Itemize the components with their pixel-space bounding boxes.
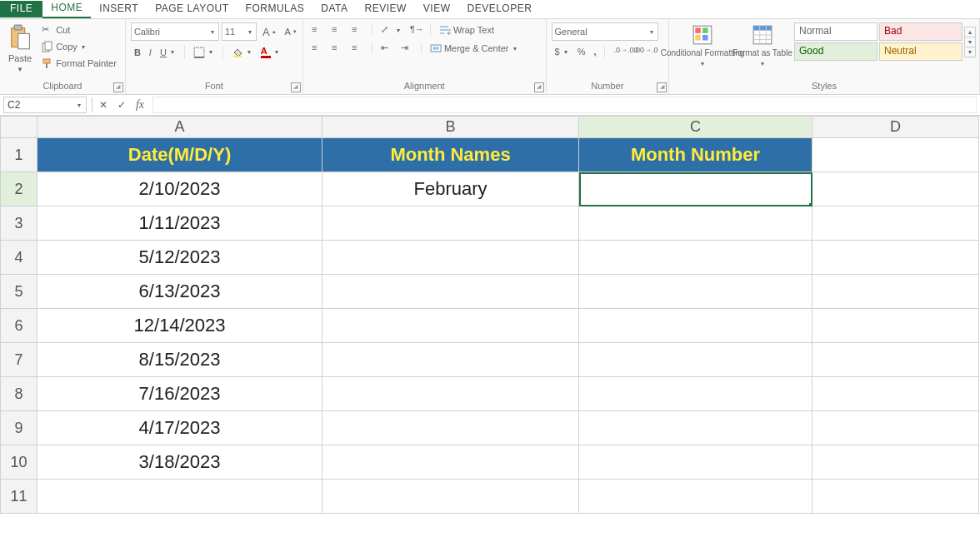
cell-B4[interactable] bbox=[322, 241, 579, 275]
number-format-select[interactable]: General ▾ bbox=[552, 22, 658, 41]
cell-D3[interactable] bbox=[812, 206, 979, 241]
percent-button[interactable]: % bbox=[574, 45, 589, 58]
cell-C4[interactable] bbox=[579, 241, 812, 275]
tab-formulas[interactable]: FORMULAS bbox=[238, 1, 313, 17]
bold-button[interactable]: B bbox=[131, 46, 144, 59]
tab-file[interactable]: FILE bbox=[0, 1, 42, 17]
cell-A7[interactable]: 8/15/2023 bbox=[38, 343, 322, 377]
row-header-6[interactable]: 6 bbox=[1, 309, 38, 343]
style-neutral[interactable]: Neutral bbox=[879, 42, 962, 61]
row-header-10[interactable]: 10 bbox=[1, 445, 38, 480]
ltr-button[interactable]: ¶→ bbox=[407, 22, 425, 37]
align-middle-button[interactable]: ≡ bbox=[328, 22, 347, 37]
cell-C9[interactable] bbox=[579, 411, 812, 445]
font-size-select[interactable]: 11 ▾ bbox=[222, 22, 257, 41]
row-header-5[interactable]: 5 bbox=[1, 275, 38, 309]
cell-A9[interactable]: 4/17/2023 bbox=[38, 411, 322, 445]
accounting-button[interactable]: $▾ bbox=[552, 45, 572, 58]
comma-button[interactable]: , bbox=[590, 45, 599, 58]
style-good[interactable]: Good bbox=[794, 42, 878, 61]
tab-review[interactable]: REVIEW bbox=[356, 1, 414, 17]
dialog-launcher-icon[interactable]: ◢ bbox=[657, 82, 667, 92]
insert-function-button[interactable]: fx bbox=[131, 98, 149, 112]
dialog-launcher-icon[interactable]: ◢ bbox=[291, 82, 301, 92]
tab-home[interactable]: HOME bbox=[42, 0, 91, 18]
tab-view[interactable]: VIEW bbox=[415, 1, 459, 17]
align-left-button[interactable]: ≡ bbox=[308, 41, 327, 56]
copy-button[interactable]: Copy ▾ bbox=[38, 39, 120, 54]
row-header-3[interactable]: 3 bbox=[1, 206, 38, 241]
cell-D8[interactable] bbox=[812, 377, 979, 411]
cell-C5[interactable] bbox=[579, 275, 812, 309]
confirm-formula-button[interactable]: ✓ bbox=[112, 99, 131, 111]
col-header-D[interactable]: D bbox=[812, 117, 979, 138]
tab-page-layout[interactable]: PAGE LAYOUT bbox=[147, 1, 237, 17]
cell-B9[interactable] bbox=[322, 411, 579, 445]
format-as-table-button[interactable]: Format as Table ▾ bbox=[736, 22, 789, 69]
cell-C11[interactable] bbox=[579, 480, 812, 514]
col-header-B[interactable]: B bbox=[322, 117, 579, 138]
cell-B5[interactable] bbox=[322, 275, 579, 309]
select-all-corner[interactable] bbox=[1, 117, 38, 138]
cell-A2[interactable]: 2/10/2023 bbox=[38, 172, 322, 206]
cell-A4[interactable]: 5/12/2023 bbox=[38, 241, 322, 275]
cell-C8[interactable] bbox=[579, 377, 812, 411]
cell-D7[interactable] bbox=[812, 343, 979, 377]
grow-font-button[interactable]: A▴ bbox=[259, 24, 279, 40]
orientation-button[interactable]: ⤢▾ bbox=[378, 22, 405, 37]
cell-A3[interactable]: 1/11/2023 bbox=[38, 206, 322, 241]
cell-B10[interactable] bbox=[322, 445, 579, 480]
paste-button[interactable]: Paste ▼ bbox=[5, 22, 35, 75]
tab-data[interactable]: DATA bbox=[312, 1, 356, 17]
cell-A11[interactable] bbox=[38, 480, 322, 514]
cancel-formula-button[interactable]: ✕ bbox=[94, 99, 112, 111]
shrink-font-button[interactable]: A▾ bbox=[282, 25, 300, 38]
style-bad[interactable]: Bad bbox=[879, 22, 962, 41]
font-name-select[interactable]: Calibri ▾ bbox=[131, 22, 219, 41]
cell-A8[interactable]: 7/16/2023 bbox=[38, 377, 322, 411]
align-bottom-button[interactable]: ≡ bbox=[348, 22, 367, 37]
cell-styles-gallery[interactable]: Normal Bad Good Neutral bbox=[794, 22, 962, 61]
style-normal[interactable]: Normal bbox=[794, 22, 878, 41]
col-header-A[interactable]: A bbox=[38, 117, 322, 138]
cell-C1[interactable]: Month Number bbox=[579, 138, 812, 172]
cell-A5[interactable]: 6/13/2023 bbox=[38, 275, 322, 309]
cell-D1[interactable] bbox=[812, 138, 979, 172]
cell-B7[interactable] bbox=[322, 343, 579, 377]
cell-B11[interactable] bbox=[322, 480, 579, 514]
conditional-formatting-button[interactable]: Conditional Formatting ▾ bbox=[674, 22, 731, 69]
wrap-text-button[interactable]: Wrap Text bbox=[436, 22, 498, 37]
row-header-11[interactable]: 11 bbox=[1, 480, 38, 514]
cell-A10[interactable]: 3/18/2023 bbox=[38, 445, 322, 480]
cell-B6[interactable] bbox=[322, 309, 579, 343]
cell-D10[interactable] bbox=[812, 445, 979, 480]
formula-input[interactable] bbox=[152, 97, 977, 113]
tab-developer[interactable]: DEVELOPER bbox=[459, 1, 541, 17]
cell-A6[interactable]: 12/14/2023 bbox=[38, 309, 322, 343]
fill-color-button[interactable]: ▾ bbox=[228, 45, 256, 60]
name-box[interactable]: C2 ▾ bbox=[3, 97, 87, 113]
decrease-indent-button[interactable]: ⇤ bbox=[378, 41, 396, 56]
cell-B2[interactable]: February bbox=[322, 172, 579, 206]
cell-D4[interactable] bbox=[812, 241, 979, 275]
format-painter-button[interactable]: Format Painter bbox=[38, 56, 120, 71]
increase-decimal-button[interactable]: .0→.00 bbox=[610, 44, 628, 59]
col-header-C[interactable]: C bbox=[579, 117, 812, 138]
cell-D5[interactable] bbox=[812, 275, 979, 309]
row-header-8[interactable]: 8 bbox=[1, 377, 38, 411]
cut-button[interactable]: ✂ Cut bbox=[38, 22, 120, 37]
align-center-button[interactable]: ≡ bbox=[328, 41, 347, 56]
increase-indent-button[interactable]: ⇥ bbox=[398, 41, 416, 56]
align-top-button[interactable]: ≡ bbox=[308, 22, 327, 37]
cell-B3[interactable] bbox=[322, 206, 579, 241]
merge-center-button[interactable]: Merge & Center ▾ bbox=[427, 41, 522, 56]
cell-D6[interactable] bbox=[812, 309, 979, 343]
row-header-1[interactable]: 1 bbox=[1, 138, 38, 172]
dialog-launcher-icon[interactable]: ◢ bbox=[113, 82, 123, 92]
cell-D2[interactable] bbox=[812, 172, 979, 206]
cell-D11[interactable] bbox=[812, 480, 979, 514]
cell-B1[interactable]: Month Names bbox=[322, 138, 579, 172]
cell-C6[interactable] bbox=[579, 309, 812, 343]
cell-B8[interactable] bbox=[322, 377, 579, 411]
cell-A1[interactable]: Date(M/D/Y) bbox=[38, 138, 322, 172]
